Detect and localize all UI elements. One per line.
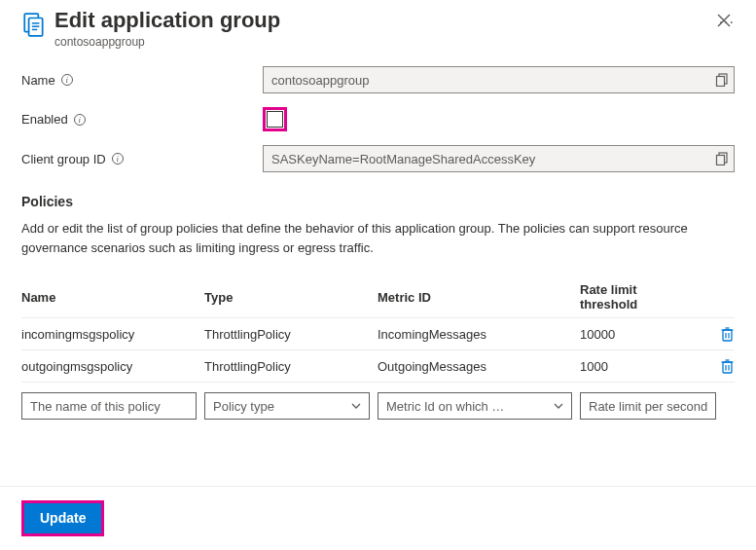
col-metric: Metric ID — [378, 290, 572, 305]
cell-type: ThrottlingPolicy — [204, 327, 370, 342]
enabled-label: Enabled i — [21, 112, 263, 127]
enabled-checkbox[interactable] — [267, 111, 283, 128]
cell-rate: 1000 — [580, 359, 698, 374]
client-group-id-label: Client group ID i — [21, 152, 263, 166]
page-subtitle: contosoappgroup — [54, 35, 709, 49]
cell-metric: OutgoingMessages — [378, 359, 572, 374]
info-icon[interactable]: i — [74, 114, 86, 126]
col-rate: Rate limit threshold — [580, 282, 698, 312]
delete-icon[interactable] — [720, 326, 735, 342]
update-button[interactable]: Update — [24, 503, 101, 533]
policies-description: Add or edit the list of group policies t… — [21, 219, 735, 257]
policies-table: Name Type Metric ID Rate limit threshold… — [21, 276, 735, 420]
panel-header: Edit application group contosoappgroup ·… — [21, 8, 735, 49]
policy-rate-input[interactable]: Rate limit per second — [580, 392, 716, 420]
cell-name: incomingmsgspolicy — [21, 327, 197, 342]
info-icon[interactable]: i — [61, 74, 73, 86]
cell-rate: 10000 — [580, 327, 698, 342]
page-title: Edit application group — [54, 8, 709, 33]
panel-footer: Update — [0, 486, 756, 550]
table-header: Name Type Metric ID Rate limit threshold — [21, 276, 735, 318]
svg-rect-8 — [717, 77, 725, 87]
chevron-down-icon — [351, 403, 361, 409]
new-policy-row: The name of this policy Policy type Metr… — [21, 383, 735, 420]
col-name: Name — [21, 290, 197, 305]
cell-metric: IncomingMessages — [378, 327, 572, 342]
copy-icon[interactable] — [715, 73, 729, 87]
policy-metric-select[interactable]: Metric Id on which … — [378, 392, 572, 420]
highlight-marker: Update — [21, 500, 104, 536]
table-row: incomingmsgspolicy ThrottlingPolicy Inco… — [21, 318, 735, 350]
svg-rect-10 — [717, 156, 725, 165]
highlight-marker — [263, 107, 287, 131]
svg-rect-16 — [723, 362, 732, 373]
policy-type-select[interactable]: Policy type — [204, 392, 370, 420]
cell-type: ThrottlingPolicy — [204, 359, 370, 374]
delete-icon[interactable] — [720, 358, 735, 374]
info-icon[interactable]: i — [112, 153, 124, 165]
name-field: contosoappgroup — [263, 66, 735, 93]
policy-name-input[interactable]: The name of this policy — [21, 392, 197, 420]
close-icon[interactable] — [713, 10, 735, 31]
chevron-down-icon — [554, 403, 563, 409]
table-row: outgoingmsgspolicy ThrottlingPolicy Outg… — [21, 350, 735, 383]
copy-icon[interactable] — [715, 152, 729, 165]
col-type: Type — [204, 290, 370, 305]
name-label: Name i — [21, 73, 263, 88]
policies-heading: Policies — [21, 194, 735, 209]
client-group-id-field: SASKeyName=RootManageSharedAccessKey — [263, 145, 735, 172]
application-group-icon — [21, 12, 47, 37]
svg-rect-11 — [723, 330, 732, 341]
cell-name: outgoingmsgspolicy — [21, 359, 197, 374]
